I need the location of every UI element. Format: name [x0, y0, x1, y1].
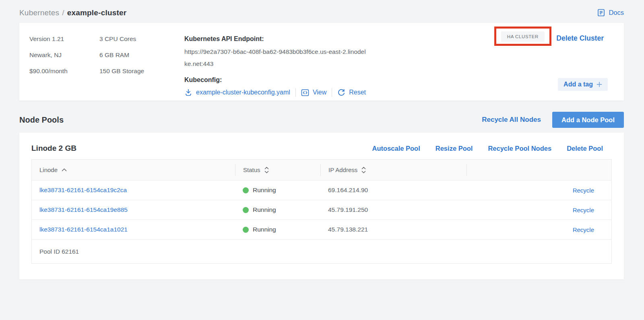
- status-cell: Running: [235, 187, 320, 194]
- top-bar: Kubernetes/example-cluster Docs: [19, 0, 624, 23]
- spec-cpu: 3 CPU Cores: [99, 33, 184, 49]
- ha-cluster-highlight-box: HA CLUSTER: [494, 27, 551, 46]
- breadcrumb-cluster-name: example-cluster: [67, 8, 127, 17]
- column-header-actions: [466, 164, 611, 176]
- pool-name: Linode 2 GB: [31, 144, 76, 153]
- plus-icon: [597, 82, 602, 87]
- recycle-node-button[interactable]: Recycle: [466, 226, 611, 233]
- recycle-node-button[interactable]: Recycle: [466, 207, 611, 213]
- reset-icon: [337, 88, 345, 96]
- divider: [295, 88, 296, 97]
- pool-header: Linode 2 GB Autoscale Pool Resize Pool R…: [31, 144, 612, 153]
- column-label: IP Address: [328, 166, 357, 173]
- node-pool-panel: Linode 2 GB Autoscale Pool Resize Pool R…: [19, 133, 624, 279]
- ha-cluster-badge: HA CLUSTER: [501, 31, 545, 42]
- linode-link[interactable]: lke38731-62161-6154ca1a1021: [32, 226, 235, 233]
- recycle-pool-nodes-button[interactable]: Recycle Pool Nodes: [488, 145, 551, 152]
- docs-link[interactable]: Docs: [597, 8, 624, 17]
- recycle-node-button[interactable]: Recycle: [466, 187, 611, 194]
- breadcrumb: Kubernetes/example-cluster: [19, 8, 126, 17]
- status-running-dot: [243, 227, 249, 233]
- api-endpoint-url: https://9e2a7307-b6ac-408f-ba62-9483b0b3…: [184, 46, 366, 70]
- table-header-row: Linode Status IP Address: [32, 160, 611, 180]
- autoscale-pool-button[interactable]: Autoscale Pool: [372, 145, 420, 152]
- sort-icon: [264, 166, 269, 174]
- breadcrumb-separator: /: [62, 8, 64, 17]
- pool-id-footer: Pool ID 62161: [32, 239, 611, 263]
- node-pools-header: Node Pools Recycle All Nodes Add a Node …: [19, 112, 624, 128]
- ip-address: 45.79.191.250: [320, 206, 466, 213]
- column-header-ip[interactable]: IP Address: [320, 164, 466, 176]
- cluster-summary-panel: Version 1.21 Newark, NJ $90.00/month 3 C…: [19, 23, 624, 101]
- linode-link[interactable]: lke38731-62161-6154ca19e885: [32, 206, 235, 213]
- status-running-dot: [243, 187, 249, 193]
- kubeconfig-download-link[interactable]: example-cluster-kubeconfig.yaml: [184, 88, 290, 96]
- download-icon: [184, 88, 192, 96]
- node-pools-actions: Recycle All Nodes Add a Node Pool: [482, 112, 624, 128]
- add-tag-button[interactable]: Add a tag: [558, 78, 608, 91]
- kubeconfig-actions: example-cluster-kubeconfig.yaml View: [184, 88, 369, 97]
- table-row: lke38731-62161-6154ca1a1021 Running 45.7…: [32, 219, 611, 239]
- spec-region: Newark, NJ: [29, 49, 99, 66]
- sort-asc-icon: [61, 168, 67, 172]
- recycle-all-nodes-button[interactable]: Recycle All Nodes: [482, 116, 541, 124]
- delete-pool-button[interactable]: Delete Pool: [567, 145, 603, 152]
- status-cell: Running: [235, 206, 320, 213]
- sort-icon: [361, 166, 366, 174]
- api-endpoint-label: Kubernetes API Endpoint:: [184, 33, 369, 43]
- spec-storage: 150 GB Storage: [99, 66, 184, 82]
- add-node-pool-button[interactable]: Add a Node Pool: [552, 112, 624, 128]
- status-running-dot: [243, 207, 249, 213]
- reset-label: Reset: [349, 89, 366, 96]
- column-header-linode[interactable]: Linode: [32, 164, 235, 176]
- column-label: Status: [243, 166, 260, 173]
- ip-address: 69.164.214.90: [320, 187, 466, 194]
- node-table: Linode Status IP Address: [31, 159, 612, 264]
- kubeconfig-label: Kubeconfig:: [184, 74, 369, 84]
- status-cell: Running: [235, 226, 320, 233]
- docs-icon: [597, 8, 605, 17]
- status-label: Running: [253, 187, 276, 194]
- divider: [332, 88, 332, 97]
- table-row: lke38731-62161-6154ca19c2ca Running 69.1…: [32, 180, 611, 200]
- add-tag-label: Add a tag: [564, 81, 593, 88]
- pool-action-links: Autoscale Pool Resize Pool Recycle Pool …: [372, 145, 603, 152]
- main-content: Kubernetes/example-cluster Docs Version …: [19, 0, 624, 279]
- spec-price: $90.00/month: [29, 66, 99, 82]
- spec-ram: 6 GB RAM: [99, 49, 184, 66]
- column-label: Linode: [39, 166, 58, 173]
- spec-column-1: Version 1.21 Newark, NJ $90.00/month: [29, 33, 99, 90]
- docs-label: Docs: [609, 9, 624, 16]
- ip-address: 45.79.138.221: [320, 226, 466, 233]
- kubeconfig-view-button[interactable]: View: [301, 89, 326, 96]
- status-label: Running: [253, 226, 276, 233]
- node-pools-title: Node Pools: [19, 115, 64, 125]
- resize-pool-button[interactable]: Resize Pool: [436, 145, 473, 152]
- delete-cluster-button[interactable]: Delete Cluster: [556, 34, 604, 43]
- column-header-status[interactable]: Status: [235, 164, 320, 176]
- table-row: lke38731-62161-6154ca19e885 Running 45.7…: [32, 200, 611, 219]
- kubeconfig-file-name: example-cluster-kubeconfig.yaml: [196, 89, 290, 96]
- view-label: View: [313, 89, 326, 96]
- endpoint-column: Kubernetes API Endpoint: https://9e2a730…: [184, 33, 369, 90]
- code-icon: [301, 89, 309, 96]
- spec-column-2: 3 CPU Cores 6 GB RAM 150 GB Storage: [99, 33, 184, 90]
- linode-link[interactable]: lke38731-62161-6154ca19c2ca: [32, 187, 235, 194]
- kubeconfig-reset-button[interactable]: Reset: [337, 88, 366, 96]
- breadcrumb-section-link[interactable]: Kubernetes: [19, 8, 59, 17]
- status-label: Running: [253, 206, 276, 213]
- spec-version: Version 1.21: [29, 33, 99, 49]
